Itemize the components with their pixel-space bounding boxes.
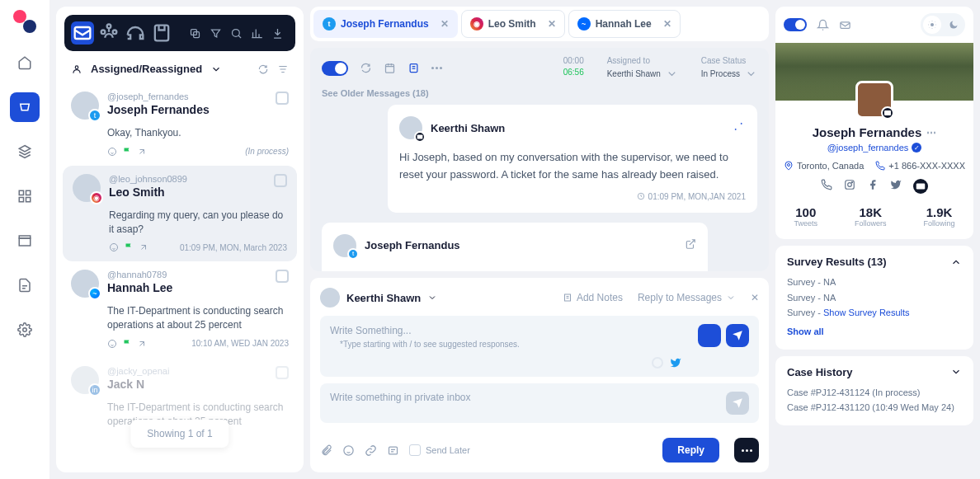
svg-rect-0 <box>19 190 23 195</box>
send-private-button[interactable] <box>726 392 749 415</box>
app-logo <box>13 10 36 33</box>
select-checkbox[interactable] <box>276 366 289 379</box>
chart-icon[interactable] <box>251 27 263 40</box>
nav-archive[interactable] <box>10 226 40 256</box>
emoji-icon[interactable] <box>109 242 119 252</box>
avatar: t <box>333 234 356 257</box>
template-icon[interactable] <box>387 444 399 457</box>
more-options-button[interactable] <box>734 438 759 463</box>
link-icon[interactable] <box>365 444 377 457</box>
thread-toggle[interactable] <box>322 61 348 76</box>
message-preview: Okay, Thankyou. <box>107 126 289 140</box>
chevron-down-icon[interactable] <box>427 293 437 303</box>
message-body: Thank you <box>333 267 696 271</box>
search-icon[interactable] <box>230 27 243 40</box>
reply-button[interactable]: Reply <box>662 438 719 463</box>
nav-home[interactable] <box>10 48 40 77</box>
main-sidebar <box>0 0 49 479</box>
toolbar-save[interactable] <box>150 21 173 45</box>
show-all-link[interactable]: Show all <box>787 324 962 340</box>
ai-assist-button[interactable] <box>698 324 721 347</box>
case-status[interactable]: Case Status In Process <box>701 56 757 80</box>
add-notes-link[interactable]: Add Notes <box>563 292 623 303</box>
arrow-icon[interactable] <box>139 242 148 252</box>
profile-toggle[interactable] <box>784 18 807 31</box>
select-checkbox[interactable] <box>276 92 289 105</box>
reply-to-link[interactable]: Reply to Messages <box>638 292 736 303</box>
conversation-item[interactable]: ◉ @leo_johnson0899 Leo Smith Regarding m… <box>63 166 297 262</box>
close-icon[interactable]: ✕ <box>548 18 556 30</box>
magic-wand-icon[interactable] <box>734 121 746 135</box>
sender-name: Keerthi Shawn <box>431 122 505 134</box>
close-composer-icon[interactable]: ✕ <box>751 292 759 303</box>
nav-layers[interactable] <box>10 137 40 167</box>
arrow-icon[interactable] <box>137 147 147 157</box>
more-icon[interactable]: ⋯ <box>926 127 936 139</box>
bell-icon[interactable] <box>817 19 829 31</box>
download-icon[interactable] <box>271 27 284 40</box>
tab-item[interactable]: ~ Hannah Lee ✕ <box>568 10 681 38</box>
flag-icon[interactable] <box>122 339 132 349</box>
tab-label: Leo Smith <box>488 18 536 30</box>
nav-inbox[interactable] <box>10 92 40 122</box>
emoji-icon[interactable] <box>107 339 117 349</box>
dark-mode-icon[interactable] <box>945 16 963 34</box>
conversation-item[interactable]: ~ @hannah0789 Hannah Lee The IT-Departme… <box>56 261 304 358</box>
flag-icon[interactable] <box>122 147 132 157</box>
nav-document[interactable] <box>10 270 40 300</box>
filter-icon[interactable] <box>210 27 222 40</box>
close-icon[interactable]: ✕ <box>663 18 671 30</box>
assigned-to[interactable]: Assigned to Keerthi Shawn <box>607 56 678 80</box>
mail-icon[interactable] <box>839 19 851 31</box>
section-toggle[interactable]: Case History <box>787 366 962 378</box>
mail-icon[interactable] <box>913 179 928 194</box>
facebook-icon[interactable] <box>867 179 879 190</box>
phone[interactable]: +1 866-XXX-XXXX <box>875 161 965 171</box>
svg-point-8 <box>101 31 106 35</box>
send-later-checkbox[interactable]: Send Later <box>409 444 470 456</box>
private-input[interactable] <box>330 392 719 403</box>
external-link-icon[interactable] <box>685 238 696 252</box>
calendar-icon[interactable] <box>384 62 396 74</box>
see-older-link[interactable]: See Older Messages (18) <box>310 88 769 105</box>
copy-icon[interactable] <box>189 27 201 40</box>
section-toggle[interactable]: Survey Results (13) <box>787 256 962 268</box>
note-icon[interactable] <box>408 62 420 74</box>
survey-row: Survey - Show Survey Results <box>787 305 962 321</box>
phone-icon[interactable] <box>821 179 832 190</box>
send-button[interactable] <box>726 324 749 347</box>
attach-icon[interactable] <box>320 444 332 457</box>
toolbar-headset[interactable] <box>124 21 147 45</box>
instagram-icon[interactable] <box>844 179 855 190</box>
refresh-icon[interactable] <box>257 63 269 75</box>
toolbar-team[interactable] <box>97 21 120 45</box>
tab-item[interactable]: ◉ Leo Smith ✕ <box>461 10 565 38</box>
emoji-icon[interactable] <box>342 444 355 457</box>
assigned-label: Assigned/Reassigned <box>91 63 202 75</box>
select-checkbox[interactable] <box>274 174 287 187</box>
more-icon[interactable] <box>431 67 442 69</box>
nav-apps[interactable] <box>10 181 40 211</box>
close-icon[interactable]: ✕ <box>441 18 449 30</box>
case-row[interactable]: Case #PJ12-431120 (10:49 Wed May 24) <box>787 400 962 416</box>
conversation-item[interactable]: t @joseph_fernandes Joseph Fernandes Oka… <box>56 83 304 166</box>
tab-item[interactable]: t Joseph Fernandus ✕ <box>313 10 458 38</box>
light-mode-icon[interactable] <box>923 16 941 34</box>
nav-settings[interactable] <box>10 315 40 345</box>
toolbar-inbox[interactable] <box>71 21 94 45</box>
select-checkbox[interactable] <box>276 270 289 283</box>
svg-point-27 <box>931 23 934 26</box>
emoji-icon[interactable] <box>107 147 117 157</box>
theme-switcher[interactable] <box>921 13 965 36</box>
flag-icon[interactable] <box>124 242 134 252</box>
assigned-filter[interactable]: Assigned/Reassigned <box>56 59 304 83</box>
case-row[interactable]: Case #PJ12-431124 (In process) <box>787 385 962 401</box>
show-survey-link[interactable]: Show Survey Results <box>823 308 910 317</box>
compose-input[interactable] <box>330 325 454 336</box>
arrow-icon[interactable] <box>137 339 147 349</box>
refresh-icon[interactable] <box>360 62 372 74</box>
channel-badge-instagram: ◉ <box>90 191 103 204</box>
svg-rect-10 <box>155 26 168 41</box>
sort-icon[interactable] <box>277 63 289 75</box>
twitter-icon[interactable] <box>890 179 902 190</box>
